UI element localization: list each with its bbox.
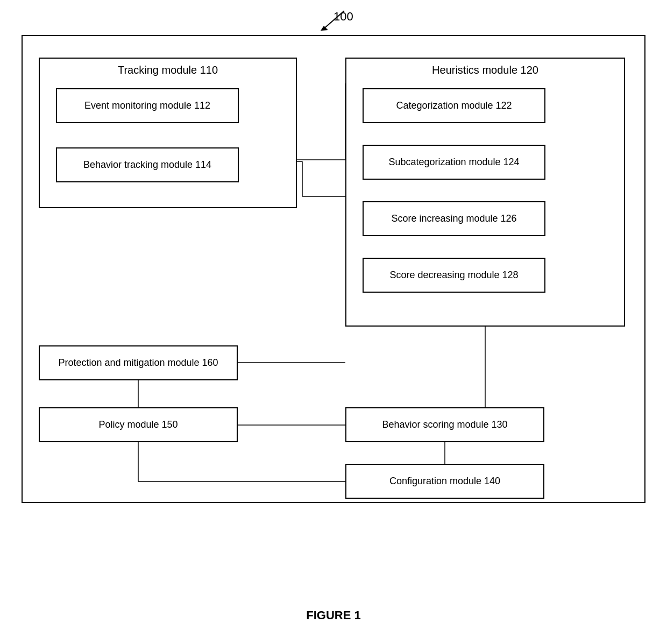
categorization-box: Categorization module 122 — [363, 88, 545, 123]
figure-label: FIGURE 1 — [306, 608, 360, 622]
heuristics-module-label: Heuristics module 120 — [432, 64, 538, 76]
policy-module-box: Policy module 150 — [39, 407, 238, 442]
event-monitoring-label: Event monitoring module 112 — [84, 100, 210, 111]
behavior-scoring-box: Behavior scoring module 130 — [345, 407, 544, 442]
protection-module-label: Protection and mitigation module 160 — [58, 357, 218, 369]
tracking-module-box: Tracking module 110 Event monitoring mod… — [39, 58, 297, 208]
configuration-module-box: Configuration module 140 — [345, 464, 544, 499]
score-decreasing-label: Score decreasing module 128 — [389, 270, 518, 281]
score-decreasing-box: Score decreasing module 128 — [363, 258, 545, 293]
behavior-scoring-label: Behavior scoring module 130 — [382, 419, 507, 430]
policy-module-label: Policy module 150 — [98, 419, 178, 430]
subcategorization-box: Subcategorization module 124 — [363, 145, 545, 180]
subcategorization-label: Subcategorization module 124 — [388, 157, 519, 168]
tracking-module-label: Tracking module 110 — [118, 64, 218, 76]
configuration-module-label: Configuration module 140 — [389, 476, 500, 487]
event-monitoring-box: Event monitoring module 112 — [56, 88, 239, 123]
score-increasing-label: Score increasing module 126 — [391, 213, 516, 224]
behavior-tracking-label: Behavior tracking module 114 — [83, 159, 211, 171]
protection-module-box: Protection and mitigation module 160 — [39, 345, 238, 380]
behavior-tracking-box: Behavior tracking module 114 — [56, 147, 239, 182]
categorization-label: Categorization module 122 — [396, 100, 512, 111]
reference-number: 100 — [334, 10, 353, 24]
score-increasing-box: Score increasing module 126 — [363, 201, 545, 236]
main-diagram-box: Tracking module 110 Event monitoring mod… — [22, 35, 645, 503]
page-container: 100 — [0, 0, 667, 644]
heuristics-module-box: Heuristics module 120 Categorization mod… — [345, 58, 625, 327]
